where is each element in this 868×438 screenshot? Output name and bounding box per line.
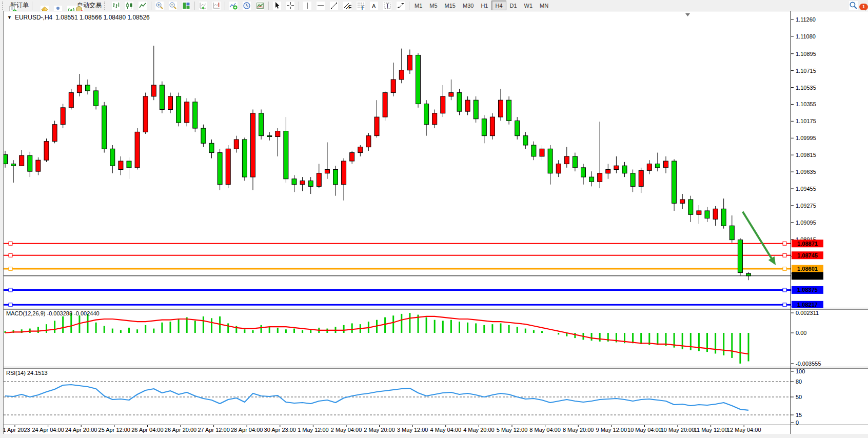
cursor-icon[interactable] xyxy=(270,0,284,11)
timeframe-mn[interactable]: MN xyxy=(536,1,552,10)
candle-body xyxy=(556,164,561,173)
periods-button[interactable]: ▾ xyxy=(240,0,253,11)
timeframe-w1[interactable]: W1 xyxy=(521,1,537,10)
candle-body xyxy=(639,170,643,186)
rsi-line xyxy=(5,385,748,410)
pane-splitter[interactable] xyxy=(4,308,868,310)
toolbar-separator xyxy=(194,2,195,10)
time-axis-label: 12 May 04:00 xyxy=(727,427,761,433)
candle-body xyxy=(160,85,164,110)
crosshair-icon[interactable] xyxy=(284,0,297,11)
timeframe-m5[interactable]: M5 xyxy=(426,1,441,10)
line-price-badge: 1.08601 xyxy=(792,265,823,273)
candle-body xyxy=(317,173,321,187)
time-axis[interactable]: 21 Apr 202324 Apr 04:0024 Apr 20:0025 Ap… xyxy=(4,425,791,434)
trend-arrow[interactable] xyxy=(743,212,776,265)
timeframe-h1[interactable]: H1 xyxy=(477,1,491,10)
line-handle[interactable] xyxy=(9,267,12,271)
tile-windows-icon[interactable] xyxy=(180,0,193,11)
candle-body xyxy=(655,164,660,168)
rsi-pane[interactable]: RSI(14) 24.1513 xyxy=(4,369,791,425)
timeframe-m1[interactable]: M1 xyxy=(411,1,426,10)
indicators-button[interactable]: ▾ xyxy=(227,0,240,11)
candle-body xyxy=(36,160,41,171)
current-price-badge: 1.08526 xyxy=(792,272,823,280)
candle-body xyxy=(465,100,470,111)
timeframe-d1[interactable]: D1 xyxy=(506,1,521,10)
candle-body xyxy=(424,104,429,125)
line-chart-icon[interactable] xyxy=(136,0,149,11)
candle-body xyxy=(664,161,668,168)
collapse-triangle-icon[interactable]: ▼ xyxy=(7,15,12,20)
templates-button[interactable]: ▾ xyxy=(253,0,267,11)
candle-body xyxy=(672,161,677,203)
candle-body xyxy=(292,179,297,185)
new-order-button[interactable]: 新订单 xyxy=(7,0,30,11)
timeframe-m15[interactable]: M15 xyxy=(441,1,459,10)
signals-button[interactable] xyxy=(61,0,74,11)
search-icon[interactable] xyxy=(846,0,860,11)
horizontal-line-1.08745[interactable] xyxy=(4,253,791,257)
community-button[interactable] xyxy=(47,0,61,11)
price-tick-label: 1.11260 xyxy=(796,16,816,23)
horizontal-line-1.08871[interactable] xyxy=(4,242,791,245)
pane-splitter[interactable] xyxy=(4,367,868,369)
toolbar-grip[interactable] xyxy=(104,2,108,10)
chart-shift-icon[interactable] xyxy=(210,0,223,11)
gold-button[interactable] xyxy=(34,0,47,11)
rsi-tick-label: 50 xyxy=(796,394,802,400)
text-label-icon[interactable]: T xyxy=(381,0,394,11)
candle-body xyxy=(77,85,82,93)
candle-body xyxy=(185,102,189,123)
arrows-button[interactable]: ▾ xyxy=(394,0,407,11)
line-handle[interactable] xyxy=(783,242,786,245)
auto-scroll-icon[interactable] xyxy=(196,0,210,11)
candle-body xyxy=(52,125,57,142)
toolbar-grip[interactable] xyxy=(2,2,6,10)
candle-body xyxy=(391,79,396,93)
trendline-icon[interactable] xyxy=(327,0,341,11)
text-icon[interactable]: A xyxy=(367,0,381,11)
horizontal-line-icon[interactable] xyxy=(314,0,327,11)
macd-pane[interactable]: MACD(12,26,9) -0.003288 -0.002440 xyxy=(4,309,791,367)
candle-body xyxy=(697,211,701,214)
rsi-label: RSI(14) 24.1513 xyxy=(6,370,48,376)
fibonacci-icon[interactable]: F xyxy=(354,0,367,11)
candle-body xyxy=(589,177,594,182)
line-handle[interactable] xyxy=(9,242,12,245)
chart-shift-marker[interactable] xyxy=(685,13,690,16)
price-axis[interactable]: 1.112601.110801.108951.107151.105351.103… xyxy=(791,11,868,434)
svg-text:1.08217: 1.08217 xyxy=(797,302,818,308)
price-chart[interactable] xyxy=(4,11,791,308)
line-handle[interactable] xyxy=(783,253,786,257)
line-handle[interactable] xyxy=(9,288,12,292)
candle-body xyxy=(432,113,437,125)
equidistant-channel-icon[interactable]: E xyxy=(341,0,354,11)
line-handle[interactable] xyxy=(783,288,786,292)
candle-body xyxy=(407,55,412,70)
candlestick-chart-icon[interactable] xyxy=(123,0,136,11)
line-handle[interactable] xyxy=(9,253,12,257)
zoom-out-icon[interactable] xyxy=(166,0,180,11)
horizontal-line-1.08601[interactable] xyxy=(4,267,791,271)
vertical-line-icon[interactable] xyxy=(301,0,314,11)
auto-trading-button[interactable]: 自动交易 xyxy=(74,0,103,11)
candle-body xyxy=(102,106,107,149)
zoom-in-icon[interactable] xyxy=(153,0,166,11)
line-handle[interactable] xyxy=(783,303,786,307)
time-axis-label: 11 May 12:00 xyxy=(694,427,728,433)
candle-body xyxy=(680,200,685,203)
bar-chart-icon[interactable] xyxy=(109,0,123,11)
candle-body xyxy=(119,161,123,169)
candle-body xyxy=(69,93,73,108)
timeframe-h4[interactable]: H4 xyxy=(491,1,506,10)
line-handle[interactable] xyxy=(9,303,12,307)
horizontal-line-1.08375[interactable] xyxy=(4,288,791,292)
candle-body xyxy=(441,96,445,113)
line-handle[interactable] xyxy=(783,267,786,271)
candle-body xyxy=(342,161,346,185)
candle-body xyxy=(135,132,140,167)
timeframe-m30[interactable]: M30 xyxy=(459,1,477,10)
horizontal-line-1.08217[interactable] xyxy=(4,303,791,307)
candle-body xyxy=(399,70,404,79)
